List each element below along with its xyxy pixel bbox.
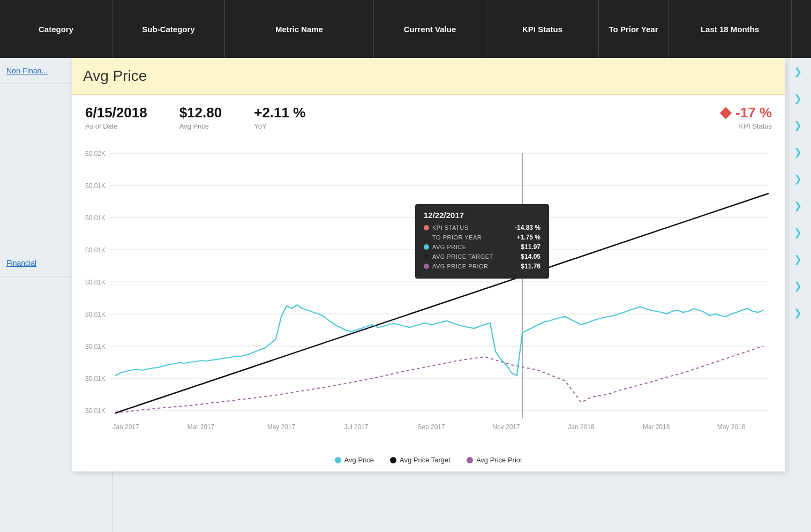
legend-dot-avgprice — [335, 457, 341, 463]
svg-text:Mar 2018: Mar 2018 — [643, 423, 670, 431]
stat-yoy: +2.11 % YoY — [254, 104, 305, 130]
svg-text:$0.01K: $0.01K — [85, 279, 106, 286]
arrow-icon-7[interactable]: ❯ — [794, 227, 802, 238]
tooltip-dot-kpi — [424, 225, 429, 230]
stat-avgprice: $12.80 Avg Price — [179, 104, 222, 130]
tooltip-row-target: AVG PRICE TARGET $14.05 — [424, 253, 540, 260]
tooltip-label-prior-year: TO PRIOR YEAR — [424, 234, 482, 241]
stat-avgprice-label: Avg Price — [179, 122, 222, 130]
tooltip-text-prior: AVG PRICE PRIOR — [432, 263, 488, 269]
stat-date-label: As of Date — [85, 122, 147, 130]
svg-text:$0.01K: $0.01K — [85, 343, 106, 350]
sidebar-label-financial: Financial — [6, 259, 36, 267]
arrow-icon-5[interactable]: ❯ — [794, 173, 802, 185]
arrow-icon-6[interactable]: ❯ — [794, 200, 802, 212]
legend-label-prior: Avg Price Prior — [476, 456, 522, 464]
tooltip-label-kpi: KPI STATUS — [424, 224, 469, 231]
arrow-icon-3[interactable]: ❯ — [794, 119, 802, 131]
svg-text:Nov 2017: Nov 2017 — [492, 423, 520, 431]
header-category-label: Category — [39, 25, 73, 34]
stat-yoy-label: YoY — [254, 122, 305, 130]
stat-date-value: 6/15/2018 — [85, 104, 147, 121]
header-current: Current Value — [374, 0, 486, 58]
stat-date: 6/15/2018 As of Date — [85, 104, 147, 130]
svg-text:Sep 2017: Sep 2017 — [417, 423, 445, 431]
header-subcategory-label: Sub-Category — [142, 25, 194, 34]
avg-price-prior-line — [115, 346, 763, 413]
tooltip-dot-target — [424, 254, 429, 259]
arrow-icon-2[interactable]: ❯ — [794, 93, 802, 104]
expand-panel: Avg Price 6/15/2018 As of Date $12.80 Av… — [72, 58, 785, 471]
tooltip-text-avgprice: AVG PRICE — [432, 244, 467, 250]
tooltip-row-avgprice: AVG PRICE $11.97 — [424, 243, 540, 251]
tooltip-label-target: AVG PRICE TARGET — [424, 253, 493, 260]
avg-price-line — [115, 305, 763, 376]
svg-text:$0.01K: $0.01K — [85, 214, 106, 222]
tooltip-dot-avgprice — [424, 244, 429, 250]
right-arrows-column: ❯ ❯ ❯ ❯ ❯ ❯ ❯ ❯ ❯ ❯ — [784, 58, 811, 532]
tooltip-date: 12/22/2017 — [424, 211, 540, 220]
tooltip-row-prior: AVG PRICE PRIOR $11.76 — [424, 263, 540, 270]
header-metric-label: Metric Name — [275, 25, 323, 34]
legend-avgprice: Avg Price — [335, 456, 374, 464]
header-current-label: Current Value — [404, 25, 456, 34]
tooltip-val-avgprice: $11.97 — [521, 243, 540, 251]
panel-title: Avg Price — [83, 68, 147, 84]
header-kpi: KPI Status — [486, 0, 599, 58]
tooltip-val-prior: $11.76 — [521, 263, 540, 270]
stat-kpi-label: KPI Status — [739, 122, 772, 130]
legend-dot-prior — [467, 457, 473, 463]
tooltip-dot-prior — [424, 264, 429, 269]
sidebar-label-nonfinancial: Non-Finan... — [6, 66, 48, 75]
svg-text:Jul 2017: Jul 2017 — [344, 423, 369, 431]
header-metric: Metric Name — [225, 0, 374, 58]
svg-text:$0.01K: $0.01K — [85, 375, 106, 383]
kpi-percentage: -17 % — [735, 104, 772, 121]
legend-target: Avg Price Target — [390, 456, 450, 464]
header-category: Category — [0, 0, 112, 58]
arrow-icon-4[interactable]: ❯ — [794, 146, 802, 158]
arrow-icon-8[interactable]: ❯ — [794, 253, 802, 265]
tooltip-label-prior: AVG PRICE PRIOR — [424, 263, 488, 269]
tooltip-row-prior-year: TO PRIOR YEAR +1.75 % — [424, 234, 540, 241]
table-body: Non-Finan... Financial Avg Price 6/15/20… — [0, 58, 811, 532]
chart-tooltip: 12/22/2017 KPI STATUS -14.83 % TO PRIOR … — [415, 204, 549, 279]
panel-title-bar: Avg Price — [72, 58, 785, 95]
tooltip-val-kpi: -14.83 % — [515, 224, 540, 231]
svg-text:$0.01K: $0.01K — [85, 407, 106, 415]
tooltip-text-prior-year: TO PRIOR YEAR — [432, 234, 482, 241]
svg-text:May 2018: May 2018 — [717, 423, 746, 431]
header-subcategory: Sub-Category — [112, 0, 225, 58]
legend-dot-target — [390, 457, 396, 463]
tooltip-label-avgprice: AVG PRICE — [424, 244, 467, 250]
svg-text:Jan 2017: Jan 2017 — [112, 423, 139, 431]
stat-kpi-value: -17 % — [722, 104, 772, 121]
header-last18-label: Last 18 Months — [701, 25, 759, 34]
diamond-icon — [720, 107, 732, 119]
header-last18: Last 18 Months — [669, 0, 792, 58]
arrow-icon-10[interactable]: ❯ — [794, 307, 802, 319]
arrow-icon-1[interactable]: ❯ — [794, 66, 802, 78]
stat-kpi: -17 % KPI Status — [722, 104, 772, 130]
header-prior-label: To Prior Year — [609, 25, 658, 34]
panel-stats: 6/15/2018 As of Date $12.80 Avg Price +2… — [72, 95, 785, 134]
chart-legend: Avg Price Avg Price Target Avg Price Pri… — [72, 451, 785, 471]
stat-avgprice-value: $12.80 — [179, 104, 222, 121]
tooltip-text-target: AVG PRICE TARGET — [432, 253, 493, 260]
chart-svg: $0.02K $0.01K $0.01K $0.01K $0.01K $0.01… — [83, 140, 774, 445]
svg-text:May 2017: May 2017 — [267, 423, 296, 431]
tooltip-val-target: $14.05 — [521, 253, 540, 260]
svg-text:Mar 2017: Mar 2017 — [187, 423, 215, 431]
svg-text:$0.01K: $0.01K — [85, 246, 106, 254]
header-prior: To Prior Year — [599, 0, 669, 58]
svg-text:$0.01K: $0.01K — [85, 311, 106, 318]
legend-prior: Avg Price Prior — [467, 456, 522, 464]
legend-label-target: Avg Price Target — [400, 456, 450, 464]
arrow-icon-9[interactable]: ❯ — [794, 280, 802, 292]
header-kpi-label: KPI Status — [522, 25, 562, 34]
tooltip-val-prior-year: +1.75 % — [517, 234, 540, 241]
tooltip-row-kpi: KPI STATUS -14.83 % — [424, 224, 540, 231]
tooltip-text-kpi: KPI STATUS — [432, 224, 469, 231]
svg-text:Jan 2018: Jan 2018 — [568, 423, 595, 431]
chart-area: $0.02K $0.01K $0.01K $0.01K $0.01K $0.01… — [83, 140, 774, 445]
